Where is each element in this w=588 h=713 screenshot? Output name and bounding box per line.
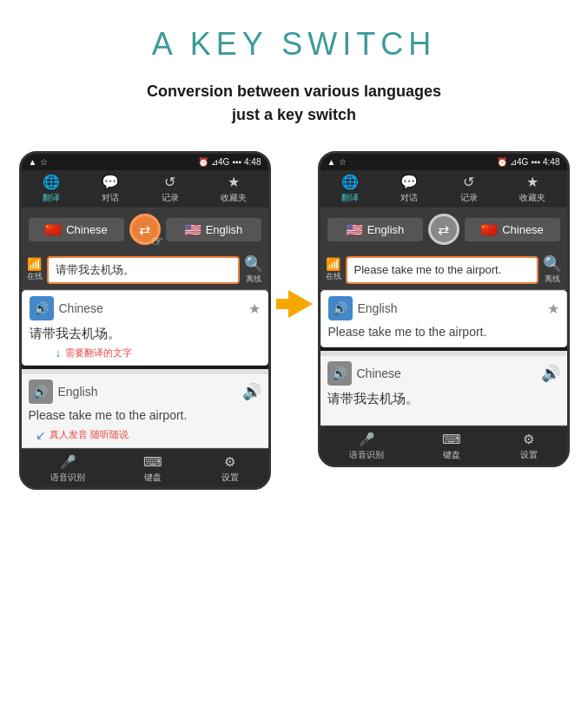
mic-icon: 🎤 bbox=[60, 454, 76, 470]
left-lang-bar: 🇨🇳 Chinese ⇄ ☞ 🇺🇸 English bbox=[22, 208, 268, 250]
keyboard-icon: ⌨ bbox=[143, 454, 162, 470]
right-status-left: ▲ ☆ bbox=[327, 157, 347, 167]
right-input-row: 📶 在线 Please take me to the airport. 🔍 离线 bbox=[320, 250, 567, 290]
phones-container: ▲ ☆ ⏰ ⊿4G ▪▪▪ 4:48 🌐 翻译 💬 对话 ↺ 记录 bbox=[10, 151, 578, 490]
hand-icon: ☞ bbox=[151, 233, 163, 249]
china-flag-icon: 🇨🇳 bbox=[44, 221, 62, 238]
wifi-icon: 📶 bbox=[27, 257, 42, 271]
speaker-icon-1: 🔊 bbox=[34, 301, 49, 315]
arrow-right-icon bbox=[288, 290, 313, 318]
left-lang-from-btn[interactable]: 🇨🇳 Chinese bbox=[29, 218, 124, 241]
chat-icon: 💬 bbox=[102, 174, 119, 190]
globe-icon: 🌐 bbox=[43, 174, 60, 190]
left-swap-btn[interactable]: ⇄ ☞ bbox=[129, 214, 161, 245]
right-offline-group: 🔍 离线 bbox=[543, 254, 562, 285]
right-volume-2[interactable]: 🔊 bbox=[541, 364, 560, 383]
right-trans-text-1: Please take me to the airport. bbox=[328, 324, 559, 341]
left-bottom-settings[interactable]: ⚙ 设置 bbox=[221, 454, 239, 484]
left-speaker-2[interactable]: 🔊 bbox=[29, 380, 53, 404]
right-star-1[interactable]: ★ bbox=[547, 300, 559, 317]
search-icon: 🔍 bbox=[244, 254, 263, 274]
left-status-bar: ▲ ☆ ⏰ ⊿4G ▪▪▪ 4:48 bbox=[22, 154, 268, 170]
right-trans-block-2: 🔊 Chinese 🔊 请带我去机场。 bbox=[320, 356, 567, 426]
status-left-icons: ▲ ☆ bbox=[29, 157, 49, 167]
right-history-icon: ↺ bbox=[463, 174, 474, 190]
right-wifi-group: 📶 在线 bbox=[326, 257, 341, 282]
left-nav-favorites[interactable]: ★ 收藏夹 bbox=[221, 174, 247, 204]
left-lang-to-btn[interactable]: 🇺🇸 English bbox=[166, 218, 261, 241]
arrow-down-icon-2: ↙ bbox=[36, 428, 46, 442]
right-speaker-icon-1: 🔊 bbox=[333, 301, 347, 315]
left-input-row: 📶 在线 请带我去机场。 🔍 离线 bbox=[22, 250, 268, 290]
right-settings-icon: ⚙ bbox=[523, 432, 534, 447]
right-speaker-icon-2: 🔊 bbox=[332, 366, 347, 380]
left-trans-block-2: 🔊 English 🔊 Please take me to the airpor… bbox=[22, 374, 268, 448]
left-trans-header-1: 🔊 Chinese ★ bbox=[30, 296, 261, 320]
left-wifi-group: 📶 在线 bbox=[27, 257, 43, 282]
left-trans-text-2: Please take me to the airport. bbox=[29, 407, 261, 425]
right-nav-favorites[interactable]: ★ 收藏夹 bbox=[519, 174, 545, 204]
right-us-flag-icon: 🇺🇸 bbox=[346, 221, 363, 238]
right-bottom-bar: 🎤 语音识别 ⌨ 键盘 ⚙ 设置 bbox=[320, 426, 567, 465]
left-volume-2[interactable]: 🔊 bbox=[242, 382, 261, 401]
direction-arrow bbox=[271, 290, 318, 318]
right-nav-translate[interactable]: 🌐 翻译 bbox=[341, 174, 359, 204]
left-speaker-1[interactable]: 🔊 bbox=[30, 296, 54, 320]
right-chat-icon: 💬 bbox=[400, 174, 418, 190]
right-china-flag-icon: 🇨🇳 bbox=[480, 221, 498, 238]
left-annotation-2: ↙ 真人发音 随听随说 bbox=[36, 428, 261, 442]
left-nav-translate[interactable]: 🌐 翻译 bbox=[43, 174, 60, 204]
left-bottom-keyboard[interactable]: ⌨ 键盘 bbox=[143, 454, 162, 484]
left-nav-history[interactable]: ↺ 记录 bbox=[162, 174, 179, 204]
left-trans-block-1: 🔊 Chinese ★ 请带我去机场。 ↓ 需要翻译的文字 bbox=[22, 290, 268, 366]
right-star-nav-icon: ★ bbox=[526, 174, 538, 190]
left-nav-dialog[interactable]: 💬 对话 bbox=[102, 174, 119, 204]
right-mic-icon: 🎤 bbox=[359, 432, 375, 447]
left-bottom-bar: 🎤 语音识别 ⌨ 键盘 ⚙ 设置 bbox=[22, 448, 268, 487]
left-phone: ▲ ☆ ⏰ ⊿4G ▪▪▪ 4:48 🌐 翻译 💬 对话 ↺ 记录 bbox=[19, 151, 271, 490]
right-trans-header-2: 🔊 Chinese 🔊 bbox=[327, 361, 560, 386]
history-icon: ↺ bbox=[164, 174, 175, 190]
settings-icon: ⚙ bbox=[224, 454, 235, 470]
right-lang-bar: 🇺🇸 English ⇄ 🇨🇳 Chinese bbox=[320, 208, 567, 250]
right-lang-from-btn[interactable]: 🇺🇸 English bbox=[327, 218, 423, 241]
arrow-down-icon-1: ↓ bbox=[56, 346, 62, 360]
right-trans-text-2: 请带我去机场。 bbox=[327, 389, 560, 407]
right-trans-block-1: 🔊 English ★ Please take me to the airpor… bbox=[320, 290, 567, 347]
page-subtitle: Conversion between various languages jus… bbox=[147, 80, 441, 127]
status-right-icons: ⏰ ⊿4G ▪▪▪ 4:48 bbox=[198, 157, 261, 167]
right-input-field[interactable]: Please take me to the airport. bbox=[346, 256, 538, 284]
right-bottom-voice[interactable]: 🎤 语音识别 bbox=[349, 432, 384, 461]
right-wifi-icon: 📶 bbox=[326, 257, 340, 271]
left-annotation-1: ↓ 需要翻译的文字 bbox=[56, 346, 261, 360]
left-trans-header-2: 🔊 English 🔊 bbox=[29, 380, 261, 404]
left-star-1[interactable]: ★ bbox=[248, 300, 261, 317]
left-offline-group: 🔍 离线 bbox=[244, 254, 263, 285]
right-speaker-2[interactable]: 🔊 bbox=[327, 361, 352, 386]
right-keyboard-icon: ⌨ bbox=[442, 432, 461, 447]
right-swap-btn[interactable]: ⇄ bbox=[428, 214, 459, 245]
us-flag-icon: 🇺🇸 bbox=[184, 221, 202, 238]
right-speaker-1[interactable]: 🔊 bbox=[328, 296, 353, 320]
left-trans-text-1: 请带我去机场。 bbox=[30, 324, 261, 342]
right-nav-bar: 🌐 翻译 💬 对话 ↺ 记录 ★ 收藏夹 bbox=[320, 170, 567, 208]
left-bottom-voice[interactable]: 🎤 语音识别 bbox=[50, 454, 85, 484]
right-bottom-settings[interactable]: ⚙ 设置 bbox=[520, 432, 538, 461]
right-status-bar: ▲ ☆ ⏰ ⊿4G ▪▪▪ 4:48 bbox=[320, 154, 567, 170]
right-bottom-keyboard[interactable]: ⌨ 键盘 bbox=[442, 432, 461, 461]
right-globe-icon: 🌐 bbox=[341, 174, 359, 190]
right-nav-history[interactable]: ↺ 记录 bbox=[460, 174, 478, 204]
page-title: A KEY SWITCH bbox=[152, 26, 436, 63]
right-swap-icon: ⇄ bbox=[438, 221, 449, 238]
swap-icon: ⇄ bbox=[139, 221, 150, 238]
right-nav-dialog[interactable]: 💬 对话 bbox=[400, 174, 418, 204]
left-input-field[interactable]: 请带我去机场。 bbox=[47, 256, 240, 284]
right-trans-header-1: 🔊 English ★ bbox=[328, 296, 559, 320]
right-search-icon: 🔍 bbox=[543, 254, 562, 274]
star-nav-icon: ★ bbox=[228, 174, 240, 190]
speaker-icon-2: 🔊 bbox=[33, 385, 48, 399]
left-nav-bar: 🌐 翻译 💬 对话 ↺ 记录 ★ 收藏夹 bbox=[22, 170, 268, 208]
right-phone: ▲ ☆ ⏰ ⊿4G ▪▪▪ 4:48 🌐 翻译 💬 对话 ↺ 记录 bbox=[318, 151, 570, 467]
right-status-right: ⏰ ⊿4G ▪▪▪ 4:48 bbox=[497, 157, 559, 167]
right-lang-to-btn[interactable]: 🇨🇳 Chinese bbox=[465, 218, 560, 241]
